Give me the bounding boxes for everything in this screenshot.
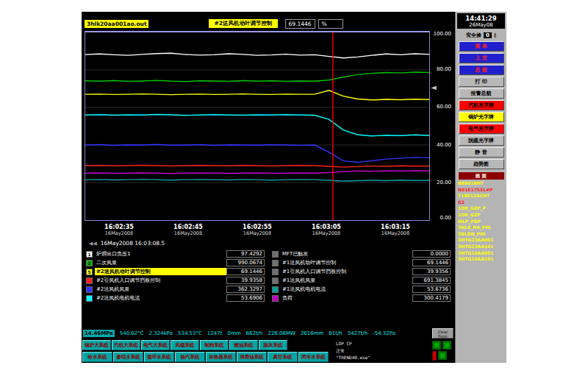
legend-label[interactable]: #2送风机动叶调节控制 [95, 268, 226, 275]
sidebar-list-item[interactable]: 3HTG10AA001 [458, 250, 504, 257]
y-tick-label: 80.00 [437, 66, 451, 72]
nav-button[interactable]: 电气大系统 [141, 340, 170, 350]
legend-label[interactable]: #2送风机电机电流 [95, 294, 226, 302]
y-tick-label: 20.00 [437, 180, 451, 185]
legend-color-chip [272, 286, 279, 293]
trend-main-area: 3hlk20aa001ao.out #2送风机动叶调节控制 69.1446 % … [82, 12, 455, 363]
sidebar-button[interactable]: 电气光字牌 [459, 124, 504, 134]
nav-button[interactable]: 润滑油系统 [237, 352, 267, 362]
nav-button[interactable]: 给水系统 [82, 352, 112, 362]
x-tick-date: 16May2008 [243, 230, 272, 236]
legend-color-chip [272, 295, 279, 302]
legend-color-chip [272, 251, 279, 258]
sidebar-list-item[interactable]: G2 [458, 199, 504, 206]
legend-value: 990.0674 [226, 259, 265, 266]
nav-button[interactable]: 循环水系统 [144, 352, 174, 362]
trend-series [85, 72, 429, 82]
sidebar-button[interactable]: 静 音 [459, 147, 504, 158]
sidebar-button[interactable]: 打 印 [459, 77, 504, 87]
nav-button[interactable]: 凝结水系统 [113, 352, 143, 362]
sidebar-list-item[interactable]: B8901BHT [458, 180, 504, 187]
point-tag[interactable]: 3hlk20aa001ao.out [85, 20, 148, 28]
legend-color-chip [272, 269, 279, 275]
legend-label[interactable]: MFT已触发 [281, 250, 412, 258]
x-tick: 16:03:0516May2008 [312, 224, 341, 236]
status-value: 540.62°C [120, 330, 144, 336]
status-value: 81t/h [329, 330, 342, 336]
sidebar-button[interactable]: 锅炉光字牌 [459, 112, 504, 122]
y-tick-label: 40.00 [437, 142, 451, 148]
legend-row: 负荷300.4179 [272, 294, 451, 302]
legend-row: #1送风机动叶调节控制69.1446 [272, 259, 451, 266]
trend-series [85, 144, 429, 162]
cursor-timestamp: 16May2008 16:03:08.5 [101, 240, 165, 247]
status-value: 228.06MW [268, 330, 295, 336]
x-tick-time: 16:02:45 [173, 224, 203, 230]
nav-button[interactable]: 除灰系统 [259, 340, 287, 350]
sidebar-list-item[interactable]: 1DR_GZP [458, 212, 504, 219]
legend-color-chip [86, 295, 93, 302]
sidebar-list-item[interactable]: 3HTG23AA001 [458, 237, 504, 244]
legend-row: #2引风机入口调节挡板控制39.9358 [86, 277, 265, 284]
monitor-icon[interactable] [438, 351, 447, 360]
sidebar-list-item[interactable]: MLP_PGP [458, 219, 504, 225]
clear-point-button[interactable]: Clear Point [432, 328, 453, 339]
scale-marker-icon[interactable]: ◄ [431, 84, 437, 91]
sidebar-button[interactable]: 菜 单 [459, 41, 504, 52]
trend-series [85, 114, 429, 135]
monitor-icon[interactable] [442, 341, 451, 350]
trend-series [85, 180, 429, 181]
legend-label[interactable]: #2引风机入口调节挡板控制 [95, 277, 226, 284]
legend-value: 69.1446 [412, 259, 451, 266]
legend-label[interactable]: #1送风机风量 [281, 277, 412, 284]
nav-button[interactable]: 制粉系统 [200, 340, 229, 350]
screen-list-header: 画 面 [459, 172, 504, 180]
sidebar-list-item[interactable]: 3HLE_HA_PID [458, 224, 504, 231]
nav-button[interactable]: 真空系统 [268, 352, 298, 362]
sidebar-button[interactable]: 脱硫光字牌 [459, 135, 504, 146]
legend-label[interactable]: #1引风机入口调节挡板控制 [281, 268, 412, 275]
nav-button[interactable]: 加热器系统 [206, 352, 236, 362]
sidebar-list-item[interactable]: 1DR_GZP_P [458, 205, 504, 212]
spinner-icon[interactable]: ▲▼ [494, 32, 496, 38]
legend-right-column: MFT已触发0.0000#1送风机动叶调节控制69.1446#1引风机入口调节挡… [272, 250, 451, 302]
sidebar-button[interactable]: 汽机光字牌 [459, 100, 504, 110]
trend-chart[interactable] [85, 31, 430, 221]
nav-button[interactable]: 汽机大系统 [112, 340, 140, 350]
dcs-trend-window: 3hlk20aa001ao.out #2送风机动叶调节控制 69.1446 % … [82, 12, 506, 363]
sidebar-button[interactable]: 总 貌 [459, 65, 504, 75]
nav-button[interactable]: 抽汽系统 [175, 352, 205, 362]
cursor-step-icon[interactable]: ◀◀ [89, 241, 97, 247]
legend-value: 691.3845 [412, 277, 451, 284]
console-line: 正常 [336, 347, 429, 355]
legend: 1炉膛出口负压197.42922二次风量990.06745#2送风机动叶调节控制… [86, 250, 451, 302]
legend-label[interactable]: 负荷 [281, 294, 412, 302]
x-tick: 16:02:5516May2008 [243, 224, 272, 236]
x-tick-date: 16May2008 [381, 230, 410, 236]
x-tick-time: 16:03:05 [312, 224, 341, 230]
sidebar-list-item[interactable]: 3HTG10AA101 [458, 256, 504, 263]
legend-label[interactable]: 炉膛出口负压1 [95, 250, 226, 258]
x-tick-date: 16May2008 [312, 230, 341, 236]
monitor-icon[interactable] [432, 341, 441, 350]
legend-label[interactable]: #2送风机风量 [95, 286, 226, 293]
nav-button[interactable]: 锅炉大系统 [82, 340, 111, 350]
sidebar-list-item[interactable]: 3BLDN_PID [458, 231, 504, 238]
sidebar-button[interactable]: 上 页 [459, 53, 504, 63]
status-value: 2.324kPa [149, 330, 173, 336]
sidebar-button[interactable]: 报警总貌 [459, 88, 504, 99]
legend-label[interactable]: #1送风机电机电流 [281, 286, 412, 293]
safe-operation-value: 0 [484, 32, 492, 38]
sidebar-list-item[interactable]: 3HTG23AA101 [458, 244, 504, 250]
nav-button[interactable]: 风烟系统 [171, 340, 199, 350]
legend-label[interactable]: 二次风量 [95, 259, 226, 266]
trend-series [85, 166, 429, 168]
nav-button[interactable]: 燃油系统 [229, 340, 258, 350]
legend-row: 2二次风量990.0674 [86, 259, 265, 266]
sidebar-button[interactable]: 趋势图 [459, 159, 504, 169]
status-value: 14.46MPa [83, 330, 115, 337]
sidebar-list-item[interactable]: T18E12ACHT [458, 193, 504, 199]
sidebar-list-item[interactable]: N01E1755L#P [458, 187, 504, 194]
legend-label[interactable]: #1送风机动叶调节控制 [281, 259, 412, 266]
nav-button[interactable]: 闭冷水系统 [298, 352, 329, 362]
